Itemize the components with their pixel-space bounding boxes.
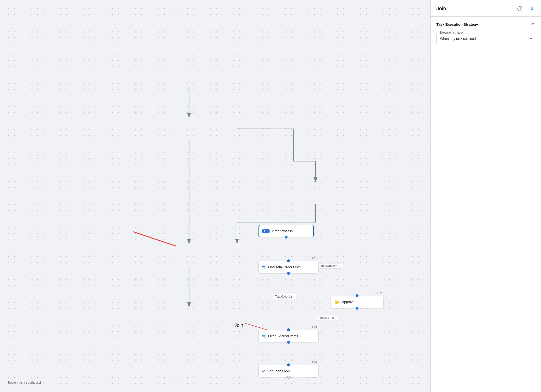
join-annotation: Join [234, 320, 274, 330]
approval-id: ID:2 [377, 292, 382, 294]
edge-label-proceed: Proceed if a... [316, 315, 338, 320]
help-icon: ? [517, 6, 522, 11]
filter-icon: ⇆ [262, 264, 266, 270]
svg-text:?: ? [519, 7, 521, 11]
for-each-id: ID:4 [312, 361, 317, 364]
for-each-loop-node[interactable]: ID:4 ∞ For Each Loop [258, 365, 319, 377]
edge-label-total-left: TotalOrderVa... [273, 294, 296, 299]
for-each-label: For Each Loop [268, 369, 290, 373]
approval-icon: 🖐 [334, 299, 340, 305]
right-panel: Join ? Task Execution Strategy [430, 0, 541, 392]
execution-strategy-value: When any task succeeds [440, 37, 478, 41]
panel-header-icons: ? [516, 5, 535, 12]
flow-canvas[interactable]: API OrderProcess... ID:1 ⇆ Find Total Or… [0, 0, 430, 392]
filter-external-id: ID:3 [312, 326, 317, 329]
execution-strategy-select[interactable]: When any task succeeds ▾ [436, 33, 535, 44]
find-total-label: Find Total Order Price [268, 265, 301, 269]
order-process-node[interactable]: API OrderProcess... [258, 225, 314, 237]
collapse-panel-button[interactable] [528, 5, 535, 12]
section-collapse-button[interactable] [530, 21, 535, 27]
chevron-up-icon [530, 21, 535, 26]
edge-label-total-right: TotalOrderVa... [319, 263, 342, 269]
chevron-down-icon: ▾ [530, 36, 532, 41]
panel-title: Join [436, 6, 446, 12]
panel-header: Join ? [431, 0, 541, 17]
svg-line-9 [245, 323, 272, 330]
find-total-node[interactable]: ID:1 ⇆ Find Total Order Price [258, 261, 319, 273]
execution-strategy-field: Execution strategy When any task succeed… [436, 33, 535, 44]
flow-connections [0, 0, 430, 392]
filter-external-node[interactable]: ID:3 ⇆ Filter External Items [258, 330, 319, 342]
section-body: Execution strategy When any task succeed… [431, 33, 541, 50]
filter-external-icon: ⇆ [262, 333, 266, 339]
section-title: Task Execution Strategy [436, 22, 478, 26]
collapse-panel-icon [529, 6, 534, 11]
order-process-label: OrderProcess... [272, 229, 296, 233]
find-total-id: ID:1 [312, 257, 317, 260]
section-header: Task Execution Strategy [431, 17, 541, 31]
task-execution-section: Task Execution Strategy Execution strate… [431, 17, 541, 50]
filter-external-label: Filter External Items [268, 334, 298, 338]
api-badge: API [262, 229, 270, 233]
region-label: Region: asia-southeast1 [8, 381, 41, 384]
approval-node[interactable]: ID:2 🖐 Approval [331, 296, 384, 308]
svg-line-8 [133, 232, 176, 246]
approval-label: Approval [342, 300, 355, 304]
help-button[interactable]: ? [516, 5, 524, 12]
loop-icon: ∞ [262, 369, 265, 374]
join-arrow-line [245, 320, 274, 330]
